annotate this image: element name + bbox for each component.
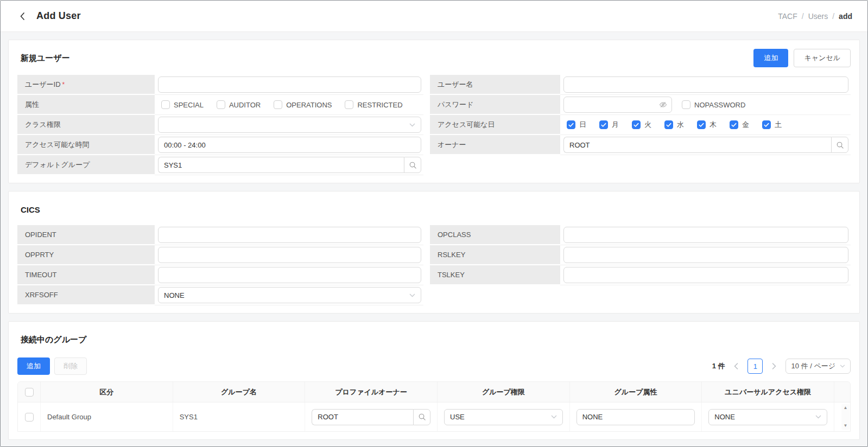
cics-title: CICS bbox=[17, 205, 40, 214]
opprty-label: OPPRTY bbox=[17, 245, 155, 265]
universal-access-select[interactable]: NONE bbox=[708, 409, 827, 425]
breadcrumb-root[interactable]: TACF bbox=[778, 12, 797, 21]
cell-group-name: SYS1 bbox=[173, 403, 306, 431]
attribute-checkbox-operations[interactable]: OPERATIONS bbox=[274, 100, 332, 109]
new-user-form: ユーザーID* ユーザー名 属性 SPECIAL AUDITOR bbox=[17, 75, 851, 175]
profile-owner-input[interactable] bbox=[312, 409, 413, 425]
page-size-select[interactable]: 10 件 / ページ bbox=[785, 359, 851, 374]
timeout-input[interactable] bbox=[158, 267, 421, 283]
day-checkbox-sun[interactable]: 日 bbox=[567, 120, 586, 130]
scroll-up-icon[interactable]: ▲ bbox=[844, 406, 848, 410]
header-profile-owner: プロファイルオーナー bbox=[305, 382, 438, 402]
xrfsoff-select[interactable]: NONE bbox=[158, 287, 421, 303]
page-number-button[interactable]: 1 bbox=[747, 359, 763, 374]
checkbox[interactable] bbox=[274, 100, 282, 109]
group-auth-select[interactable]: USE bbox=[444, 409, 563, 425]
opident-label: OPIDENT bbox=[17, 225, 155, 245]
tslkey-input[interactable] bbox=[563, 267, 848, 283]
page-title: Add User bbox=[36, 10, 81, 22]
day-checkbox-wed[interactable]: 水 bbox=[664, 120, 684, 130]
default-group-label: デフォルトグループ bbox=[17, 155, 155, 175]
xrfsoff-label: XRFSOFF bbox=[17, 285, 155, 305]
chevron-left-icon bbox=[734, 363, 738, 369]
connected-groups-title: 接続中のグループ bbox=[17, 335, 86, 345]
owner-label: オーナー bbox=[430, 135, 560, 155]
opclass-label: OPCLASS bbox=[430, 225, 560, 245]
top-bar: Add User TACF / Users / add bbox=[1, 1, 867, 32]
total-count: 1 件 bbox=[712, 361, 725, 371]
next-page-button[interactable] bbox=[768, 360, 780, 372]
checkbox-checked[interactable] bbox=[730, 120, 738, 129]
groups-table: 区分 グループ名 プロファイルオーナー グループ権限 グループ属性 ユニバーサル… bbox=[17, 381, 851, 432]
password-input[interactable] bbox=[563, 97, 672, 113]
table-scrollbar[interactable]: ▲ ▼ bbox=[841, 404, 850, 430]
checkbox-checked[interactable] bbox=[599, 120, 608, 129]
add-user-button[interactable]: 追加 bbox=[753, 49, 788, 67]
header-universal-access: ユニバーサルアクセス権限 bbox=[702, 382, 834, 402]
checkbox-checked[interactable] bbox=[664, 120, 673, 129]
select-all-checkbox[interactable] bbox=[25, 388, 34, 397]
new-user-title: 新規ユーザー bbox=[17, 53, 70, 63]
attribute-checkbox-restricted[interactable]: RESTRICTED bbox=[345, 100, 402, 109]
page-content: 新規ユーザー 追加 キャンセル ユーザーID* ユーザー名 bbox=[1, 32, 867, 446]
user-name-input[interactable] bbox=[563, 76, 848, 93]
back-button[interactable] bbox=[16, 10, 29, 23]
opclass-input[interactable] bbox=[563, 227, 848, 243]
owner-search-button[interactable] bbox=[831, 137, 848, 153]
checkbox[interactable] bbox=[161, 100, 170, 109]
checkbox-checked[interactable] bbox=[567, 120, 575, 129]
nopassword-checkbox[interactable]: NOPASSWORD bbox=[682, 100, 745, 109]
checkbox-checked[interactable] bbox=[762, 120, 771, 129]
user-id-label: ユーザーID* bbox=[17, 75, 155, 95]
cancel-button[interactable]: キャンセル bbox=[794, 49, 851, 67]
class-auth-select[interactable] bbox=[158, 117, 421, 133]
checkbox[interactable] bbox=[345, 100, 353, 109]
row-checkbox[interactable] bbox=[25, 413, 34, 422]
day-checkbox-sat[interactable]: 土 bbox=[762, 120, 782, 130]
chevron-left-icon bbox=[18, 12, 26, 21]
eye-slash-icon[interactable] bbox=[659, 101, 667, 111]
connected-groups-panel: 接続中のグループ 追加 削除 1 件 1 10 件 / ページ bbox=[8, 321, 860, 440]
checkbox[interactable] bbox=[217, 100, 225, 109]
checkbox-checked[interactable] bbox=[632, 120, 641, 129]
attribute-checkbox-special[interactable]: SPECIAL bbox=[161, 100, 204, 109]
cell-category: Default Group bbox=[41, 403, 173, 431]
group-attr-input[interactable] bbox=[576, 409, 695, 425]
day-checkbox-fri[interactable]: 金 bbox=[730, 120, 749, 130]
checkbox[interactable] bbox=[682, 100, 690, 109]
scroll-down-icon[interactable]: ▼ bbox=[844, 424, 848, 428]
day-checkbox-tue[interactable]: 火 bbox=[632, 120, 651, 130]
search-icon bbox=[836, 141, 844, 149]
day-checkbox-thu[interactable]: 木 bbox=[697, 120, 717, 130]
attribute-checkbox-auditor[interactable]: AUDITOR bbox=[217, 100, 261, 109]
chevron-down-icon bbox=[840, 365, 845, 368]
access-time-label: アクセス可能な時間 bbox=[17, 135, 155, 155]
attributes-label: 属性 bbox=[17, 95, 155, 115]
required-mark: * bbox=[62, 81, 65, 88]
search-icon bbox=[418, 413, 426, 421]
rslkey-input[interactable] bbox=[563, 247, 848, 263]
chevron-down-icon bbox=[815, 415, 821, 419]
user-id-input[interactable] bbox=[158, 76, 421, 93]
profile-owner-search-button[interactable] bbox=[413, 409, 430, 425]
groups-table-header: 区分 グループ名 プロファイルオーナー グループ権限 グループ属性 ユニバーサル… bbox=[18, 382, 850, 403]
prev-page-button[interactable] bbox=[730, 360, 742, 372]
header-category: 区分 bbox=[41, 382, 173, 402]
class-auth-label: クラス権限 bbox=[17, 115, 155, 135]
timeout-label: TIMEOUT bbox=[17, 265, 155, 285]
group-add-button[interactable]: 追加 bbox=[17, 357, 50, 375]
breadcrumb-section[interactable]: Users bbox=[808, 12, 828, 21]
access-days-label: アクセス可能な日 bbox=[430, 115, 560, 135]
group-delete-button[interactable]: 削除 bbox=[54, 357, 87, 375]
default-group-search-button[interactable] bbox=[404, 157, 421, 173]
opident-input[interactable] bbox=[158, 227, 421, 243]
default-group-input[interactable] bbox=[158, 157, 404, 173]
checkbox-checked[interactable] bbox=[697, 120, 706, 129]
day-checkbox-mon[interactable]: 月 bbox=[599, 120, 619, 130]
access-time-input[interactable] bbox=[158, 137, 421, 153]
opprty-input[interactable] bbox=[158, 247, 421, 263]
app-window: Add User TACF / Users / add 新規ユーザー 追加 キャ… bbox=[0, 0, 868, 447]
chevron-down-icon bbox=[409, 293, 415, 297]
cics-panel: CICS OPIDENT OPCLASS OPPRTY bbox=[8, 191, 860, 314]
owner-input[interactable] bbox=[563, 137, 831, 153]
